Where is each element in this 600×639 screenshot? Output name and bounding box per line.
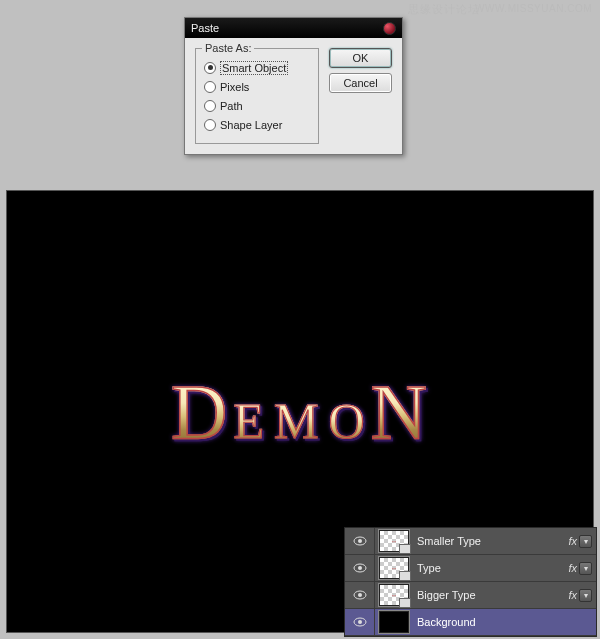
layer-thumbnail: ·· — [379, 584, 409, 606]
eye-icon — [353, 536, 367, 546]
fx-indicator[interactable]: fx — [568, 535, 577, 547]
dialog-titlebar[interactable]: Paste — [185, 18, 402, 38]
layer-name: Smaller Type — [413, 535, 568, 547]
fx-indicator[interactable]: fx — [568, 589, 577, 601]
radio-icon — [204, 62, 216, 74]
demon-text: D E M O N — [171, 367, 429, 457]
eye-icon — [353, 563, 367, 573]
ok-button[interactable]: OK — [329, 48, 392, 68]
layers-panel: ·· Smaller Type fx ▾ ·· Type fx ▾ ·· — [344, 527, 597, 637]
svg-point-3 — [358, 566, 362, 570]
layer-row-smaller-type[interactable]: ·· Smaller Type fx ▾ — [345, 528, 596, 555]
layer-thumbnail — [379, 611, 409, 633]
watermark-en-text: WWW.MISSYUAN.COM — [475, 3, 592, 14]
letter-d: D — [171, 367, 229, 457]
radio-icon — [204, 81, 216, 93]
layer-thumbnail: ·· — [379, 530, 409, 552]
radio-shape-layer[interactable]: Shape Layer — [204, 116, 308, 133]
layer-name: Background — [413, 616, 596, 628]
letter-n: N — [371, 367, 429, 457]
eye-icon — [353, 590, 367, 600]
letter-o: O — [328, 392, 366, 450]
cancel-button[interactable]: Cancel — [329, 73, 392, 93]
radio-path[interactable]: Path — [204, 97, 308, 114]
dialog-buttons: OK Cancel — [329, 48, 392, 144]
watermark-cn-text: 思缘设计论坛 — [408, 2, 480, 17]
eye-icon — [353, 617, 367, 627]
smart-object-badge-icon — [399, 544, 411, 554]
layer-row-bigger-type[interactable]: ·· Bigger Type fx ▾ — [345, 582, 596, 609]
radio-label: Path — [220, 100, 243, 112]
fx-expand-icon[interactable]: ▾ — [579, 589, 592, 602]
smart-object-badge-icon — [399, 571, 411, 581]
radio-icon — [204, 100, 216, 112]
layer-name: Type — [413, 562, 568, 574]
paste-as-fieldset: Paste As: Smart Object Pixels Path Shape… — [195, 48, 319, 144]
paste-dialog: Paste Paste As: Smart Object Pixels Path… — [184, 17, 403, 155]
radio-icon — [204, 119, 216, 131]
layer-row-type[interactable]: ·· Type fx ▾ — [345, 555, 596, 582]
fx-expand-icon[interactable]: ▾ — [579, 535, 592, 548]
svg-point-5 — [358, 593, 362, 597]
smart-object-badge-icon — [399, 598, 411, 608]
fx-expand-icon[interactable]: ▾ — [579, 562, 592, 575]
radio-label: Pixels — [220, 81, 249, 93]
radio-smart-object[interactable]: Smart Object — [204, 59, 308, 76]
radio-pixels[interactable]: Pixels — [204, 78, 308, 95]
visibility-toggle[interactable] — [345, 555, 375, 581]
fieldset-legend: Paste As: — [202, 42, 254, 54]
layer-row-background[interactable]: Background — [345, 609, 596, 636]
close-icon[interactable] — [383, 22, 396, 35]
dialog-body: Paste As: Smart Object Pixels Path Shape… — [185, 38, 402, 154]
radio-label: Smart Object — [220, 61, 288, 75]
dialog-title: Paste — [191, 22, 219, 34]
svg-point-7 — [358, 620, 362, 624]
layer-name: Bigger Type — [413, 589, 568, 601]
letter-m: M — [274, 392, 320, 450]
visibility-toggle[interactable] — [345, 609, 375, 635]
svg-point-1 — [358, 539, 362, 543]
fx-indicator[interactable]: fx — [568, 562, 577, 574]
visibility-toggle[interactable] — [345, 582, 375, 608]
radio-label: Shape Layer — [220, 119, 282, 131]
layer-thumbnail: ·· — [379, 557, 409, 579]
letter-e: E — [233, 392, 266, 450]
visibility-toggle[interactable] — [345, 528, 375, 554]
